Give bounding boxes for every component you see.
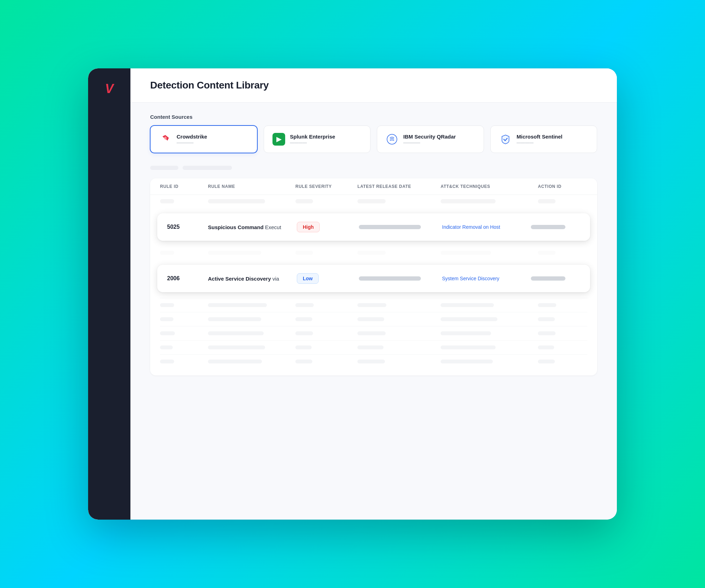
main-content: Detection Content Library Content Source… [130,68,617,520]
blur-cell [295,317,312,321]
blur-cell [160,345,173,349]
severity-high: High [297,222,320,232]
col-severity: Rule Severity [295,184,352,189]
content-sources-label: Content Sources [150,114,597,120]
splunk-info: Splunk Enterprise ———— [290,134,335,145]
blur-cell [441,303,494,307]
crowdstrike-sub: ———— [177,140,207,145]
blur-cell [357,303,386,307]
page-header: Detection Content Library [130,68,617,103]
blur-cell [538,303,556,307]
blur-cell [160,360,174,363]
logo: V [100,80,118,98]
table-row-placeholder [150,246,597,259]
crowdstrike-name: Crowdstrike [177,134,207,140]
source-card-splunk[interactable]: ▶ Splunk Enterprise ———— [264,125,371,153]
ibm-sub: ———— [403,140,456,145]
blur-cell [160,303,174,307]
col-techniques: ATT&CK Techniques [441,184,532,189]
blur-cell [160,331,175,335]
app-window: V Detection Content Library Content Sour… [88,68,617,520]
col-release-date: Latest Release Date [357,184,435,189]
col-rule-name: Rule Name [208,184,290,189]
splunk-icon: ▶ [272,133,285,146]
content-sources-section: Content Sources Crowdstrike [150,114,597,153]
date-placeholder-5025 [359,225,421,229]
source-card-ibm[interactable]: IBM Security QRadar ———— [377,125,484,153]
blur-row [160,298,587,312]
blur-cell [208,317,261,321]
crowdstrike-info: Crowdstrike ———— [177,134,207,145]
blur-cell [357,331,386,335]
featured-row-2006[interactable]: 2006 Active Service Discovery via Low Sy… [157,265,590,292]
cell-ph [295,251,313,255]
rule-name-5025: Suspicious Command Execut [208,224,291,230]
splunk-sub: ———— [290,140,335,145]
source-card-crowdstrike[interactable]: Crowdstrike ———— [150,125,257,153]
technique-2006[interactable]: System Service Discovery [442,276,525,281]
table-row-placeholder [150,195,597,208]
rule-id-5025: 5025 [167,224,202,230]
blur-cell [357,345,384,349]
cell-ph [295,199,313,203]
table-header: Rule ID Rule Name Rule Severity Latest R… [150,178,597,195]
cell-ph [160,251,174,255]
sentinel-info: Microsoft Sentinel ———— [517,134,563,145]
blur-row [160,340,587,354]
severity-low: Low [297,273,319,284]
blur-cell [208,303,267,307]
blur-cell [295,360,312,363]
blur-cell [441,345,496,349]
cell-ph [208,251,261,255]
cell-ph [208,199,265,203]
logo-icon: V [105,82,114,95]
blur-row [160,354,587,368]
blur-cell [160,317,173,321]
severity-badge-high: High [297,222,353,232]
cell-ph [441,251,491,255]
cell-ph [357,251,386,255]
cell-ph [441,199,496,203]
blur-cell [441,331,491,335]
blur-cell [295,303,314,307]
blur-rows [150,298,597,375]
action-placeholder-5025 [531,225,565,229]
blur-cell [441,317,497,321]
col-action-id: Action ID [538,184,587,189]
blur-cell [441,360,493,363]
crowdstrike-icon [159,133,172,146]
sentinel-sub: ———— [517,140,563,145]
blur-cell [208,331,264,335]
technique-5025[interactable]: Indicator Removal on Host [442,224,525,230]
severity-badge-low: Low [297,273,353,284]
sentinel-name: Microsoft Sentinel [517,134,563,140]
blur-cell [295,331,313,335]
sources-grid: Crowdstrike ———— ▶ Splunk Enterprise ———… [150,125,597,153]
sidebar: V [88,68,130,520]
ibm-icon [386,133,398,146]
blur-cell [538,345,554,349]
blur-cell [208,345,265,349]
blur-cell [357,360,385,363]
source-card-sentinel[interactable]: Microsoft Sentinel ———— [490,125,597,153]
cell-ph [357,199,386,203]
blur-cell [538,360,555,363]
rule-id-2006: 2006 [167,275,202,282]
featured-row-5025[interactable]: 5025 Suspicious Command Execut High Indi… [157,213,590,241]
cell-ph [160,199,174,203]
action-placeholder-2006 [531,276,565,281]
rule-name-2006: Active Service Discovery via [208,276,291,282]
middle-placeholders [150,166,597,170]
ibm-info: IBM Security QRadar ———— [403,134,456,145]
blur-row [160,312,587,326]
blur-row [160,326,587,340]
blur-cell [538,331,556,335]
col-rule-id: Rule ID [160,184,202,189]
blur-cell [295,345,312,349]
svg-point-0 [387,134,397,144]
placeholder [150,166,178,170]
splunk-name: Splunk Enterprise [290,134,335,140]
page-title: Detection Content Library [150,80,597,91]
placeholder [183,166,232,170]
outer-container: V Detection Content Library Content Sour… [49,51,656,537]
